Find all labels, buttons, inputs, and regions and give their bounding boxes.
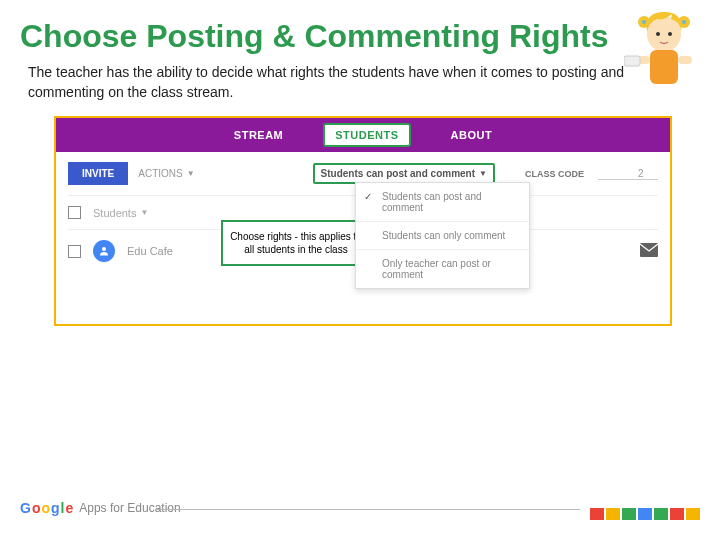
- callout-box: Choose rights - this applies to all stud…: [221, 220, 371, 266]
- cartoon-avatar: [624, 8, 704, 102]
- permissions-dropdown: Students can post and comment Students c…: [355, 182, 530, 289]
- svg-point-5: [656, 32, 660, 36]
- footer-color-blocks: [590, 508, 700, 520]
- chevron-down-icon: ▼: [187, 169, 195, 178]
- tab-about[interactable]: ABOUT: [451, 129, 493, 141]
- page-title: Choose Posting & Commenting Rights: [0, 0, 720, 63]
- perm-option-comment-only[interactable]: Students can only comment: [356, 222, 529, 250]
- chevron-down-icon: ▼: [479, 169, 487, 178]
- svg-point-3: [642, 20, 646, 24]
- google-logo: Google: [20, 500, 73, 516]
- student-avatar: [93, 240, 115, 262]
- svg-point-6: [668, 32, 672, 36]
- permissions-selected-label: Students can post and comment: [321, 168, 475, 179]
- permissions-select[interactable]: Students can post and comment ▼: [313, 163, 495, 184]
- actions-menu[interactable]: ACTIONS ▼: [138, 168, 194, 179]
- footer-divider: [156, 509, 580, 510]
- student-name: Edu Cafe: [127, 245, 173, 257]
- page-description: The teacher has the ability to decide wh…: [0, 63, 720, 116]
- svg-rect-9: [678, 56, 692, 64]
- classcode-label: CLASS CODE: [525, 169, 584, 179]
- actions-label: ACTIONS: [138, 168, 182, 179]
- svg-point-11: [102, 247, 106, 251]
- chevron-down-icon: ▼: [140, 208, 148, 217]
- perm-option-post-comment[interactable]: Students can post and comment: [356, 183, 529, 222]
- classroom-screenshot: STREAM STUDENTS ABOUT INVITE ACTIONS ▼ S…: [54, 116, 672, 326]
- perm-option-teacher-only[interactable]: Only teacher can post or comment: [356, 250, 529, 288]
- svg-rect-12: [640, 243, 658, 257]
- invite-button[interactable]: INVITE: [68, 162, 128, 185]
- svg-point-4: [682, 20, 686, 24]
- mail-icon[interactable]: [640, 243, 658, 260]
- tab-bar: STREAM STUDENTS ABOUT: [56, 118, 670, 152]
- svg-rect-7: [650, 50, 678, 84]
- tab-stream[interactable]: STREAM: [234, 129, 283, 141]
- tab-students[interactable]: STUDENTS: [323, 123, 410, 147]
- select-all-checkbox[interactable]: [68, 206, 81, 219]
- svg-rect-10: [624, 56, 640, 66]
- footer-brand-text: Apps for Education: [79, 501, 180, 515]
- student-checkbox[interactable]: [68, 245, 81, 258]
- students-header[interactable]: Students ▼: [93, 207, 148, 219]
- classcode-value: 2: [598, 168, 658, 180]
- footer-logo: Google Apps for Education: [20, 500, 181, 516]
